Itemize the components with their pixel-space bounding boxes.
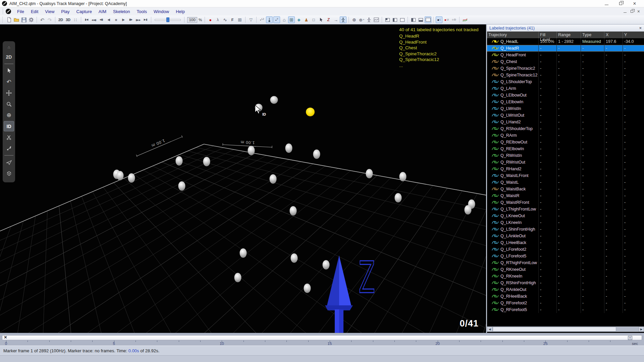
trajectory-row[interactable]: Q_LWristIn----- [487, 105, 644, 112]
marker[interactable] [203, 157, 210, 166]
slider-thumb[interactable] [166, 17, 169, 22]
qtm-menu-logo-icon[interactable] [6, 9, 11, 14]
scrollbar-thumb[interactable] [493, 327, 616, 331]
trajectory-row[interactable]: Q_RForefoot2----- [487, 300, 644, 306]
fly-tool[interactable] [4, 157, 14, 168]
marker[interactable] [117, 171, 124, 180]
save-icon[interactable] [20, 16, 27, 23]
play-icon[interactable]: ▶ [120, 16, 127, 23]
trajectory-row[interactable]: Q_RThighFrontLow----- [487, 259, 644, 266]
marker[interactable] [313, 149, 320, 159]
force-icon[interactable]: F [229, 16, 236, 23]
volume-icon[interactable]: ◈ [296, 16, 302, 23]
marker[interactable] [285, 143, 292, 153]
data-grid-icon[interactable]: ⊞ [236, 16, 243, 23]
labels-icon[interactable]: •F [273, 16, 280, 23]
column-header-y[interactable]: Y [623, 32, 644, 38]
trajectory-row[interactable]: Q_LThighFrontLow----- [487, 206, 644, 213]
label-unidentified-icon[interactable]: ●U [443, 16, 450, 23]
timeline[interactable]: × + 0510152025 sec [0, 333, 644, 346]
playback-speed-slider[interactable] [155, 17, 181, 22]
column-header-type[interactable]: Type [581, 32, 604, 38]
fast-forward-icon[interactable]: ▮▶▶ [135, 16, 142, 23]
trajectory-row[interactable]: Q_Chest----- [487, 58, 644, 65]
add-marker-tool[interactable] [4, 143, 14, 154]
marker-dots-icon[interactable]: ∷ [72, 16, 79, 23]
cut-tool[interactable] [4, 132, 14, 142]
go-last-icon[interactable]: ▶▮ [142, 16, 149, 23]
close-icon[interactable]: × [632, 1, 637, 7]
selected-marker[interactable] [306, 108, 315, 116]
menu-item-aim[interactable]: AIM [95, 8, 110, 15]
go-first-icon[interactable]: ▮◀ [83, 16, 90, 23]
record-icon[interactable]: ● [207, 16, 214, 23]
layout-split-icon[interactable] [391, 16, 398, 23]
trajectory-row[interactable]: Q_LKneeIn----- [487, 219, 644, 226]
cursor-mode-icon[interactable] [318, 16, 324, 23]
marker[interactable] [395, 193, 402, 202]
menu-item-window[interactable]: Window [150, 8, 172, 15]
trajectory-row[interactable]: Q_WaistLFront----- [487, 172, 644, 179]
column-header-range[interactable]: Range [557, 32, 581, 38]
trajectory-row[interactable]: Q_LWristOut----- [487, 112, 644, 119]
scroll-left-icon[interactable]: ◀ [487, 326, 492, 332]
settings-icon[interactable] [28, 16, 35, 23]
trajectory-row[interactable]: Q_LForefoot5----- [487, 253, 644, 259]
label-left-icon[interactable]: ●L [436, 16, 442, 23]
view-2d-icon[interactable]: 2D [57, 16, 64, 23]
trajectory-row[interactable]: Q_RAnkleOut----- [487, 286, 644, 293]
column-header-trajectory[interactable]: Trajectory [487, 32, 539, 38]
trajectory-row[interactable]: Q_LShoulderTop----- [487, 78, 644, 85]
trajectory-row[interactable]: Q_LShinFrontHigh----- [487, 226, 644, 233]
marker[interactable] [178, 181, 185, 191]
timeline-end-marker[interactable]: + [628, 336, 632, 340]
stop-icon[interactable]: ■ [113, 16, 119, 23]
layout-plain-icon[interactable] [399, 16, 406, 23]
playback-speed-value[interactable]: 100 [187, 17, 197, 23]
marker[interactable] [270, 174, 277, 184]
trajectory-row[interactable]: Q_SpineThoracic12----- [487, 72, 644, 78]
marker[interactable] [291, 253, 298, 263]
marker[interactable] [399, 172, 407, 181]
menu-item-capture[interactable]: Capture [73, 8, 95, 15]
marker[interactable] [290, 206, 297, 216]
marker[interactable] [270, 96, 278, 104]
trajectory-row[interactable]: Q_RHand2----- [487, 166, 644, 172]
trajectory-row[interactable]: Q_WaistL----- [487, 179, 644, 186]
trajectory-row[interactable]: Q_LElbowIn----- [487, 99, 644, 105]
marker[interactable] [128, 173, 135, 183]
trajectory-row[interactable]: Q_LAnkleOut----- [487, 233, 644, 239]
marker[interactable] [323, 260, 330, 269]
horizontal-scrollbar[interactable]: ◀ ▶ [487, 326, 644, 332]
bounding-box-icon[interactable]: □ [310, 16, 317, 23]
marker[interactable] [240, 248, 247, 258]
center-add-icon[interactable]: ⊕+ [358, 16, 365, 23]
trajectory-row[interactable]: Q_LArm----- [487, 85, 644, 92]
menu-item-view[interactable]: View [42, 8, 58, 15]
orbit-tool[interactable]: ↶ [4, 77, 14, 87]
marker[interactable] [366, 169, 373, 178]
menu-item-skeleton[interactable]: Skeleton [110, 8, 133, 15]
trajectory-row[interactable]: Q_RHeelBack----- [487, 293, 644, 300]
3d-viewport[interactable]: Z 1.00 m 1.00 m 40 of 41 labeled traject… [0, 24, 486, 333]
play-reverse-icon[interactable]: ◀ [105, 16, 112, 23]
select-tool[interactable] [4, 66, 14, 76]
trajectory-row[interactable]: Q_LElbowOut----- [487, 92, 644, 99]
trajectory-row[interactable]: Q_WaistBack----- [487, 186, 644, 192]
step-forward-icon[interactable]: ▮▶ [127, 16, 134, 23]
trajectory-row[interactable]: Q_LHand2----- [487, 119, 644, 125]
trajectory-row[interactable]: Q_RElbowIn----- [487, 145, 644, 152]
child-minimize-icon[interactable] [624, 9, 627, 13]
trajectory-row[interactable]: Q_LHeelBack----- [487, 239, 644, 246]
skeleton-icon[interactable] [340, 16, 346, 23]
filter-icon[interactable]: ▽ [248, 16, 254, 23]
single-view-icon[interactable] [425, 16, 431, 23]
reprocess-icon[interactable]: → [332, 16, 339, 23]
body-icon[interactable]: ♟ [303, 16, 310, 23]
trajectory-row[interactable]: Q_RWristOut----- [487, 159, 644, 166]
column-header-fill-level[interactable]: Fill Level [539, 32, 557, 38]
trajectory-row[interactable]: Q_RKneeOut----- [487, 266, 644, 273]
measure-icon[interactable]: λ [214, 16, 221, 23]
scroll-right-icon[interactable]: ▶ [639, 326, 644, 332]
layout-quad-icon[interactable] [384, 16, 391, 23]
